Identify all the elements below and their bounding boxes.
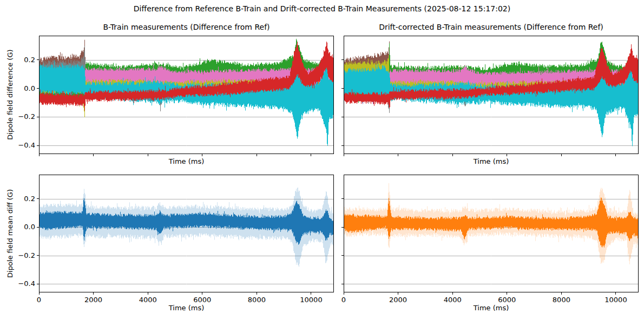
- x-tick-label: 2000: [381, 296, 416, 304]
- x-tick: [615, 154, 616, 156]
- x-tick: [257, 154, 257, 156]
- x-tick: [39, 154, 40, 156]
- y-tick-label: −0.4: [11, 279, 35, 288]
- y-tick: [37, 88, 39, 89]
- y-tick: [341, 284, 344, 284]
- x-tick: [344, 154, 344, 156]
- x-tick-label: 4000: [435, 296, 470, 304]
- plot-btrain-diff: [39, 36, 334, 154]
- plot-drift-corrected-mean-diff: [344, 175, 639, 292]
- plot-title-drift-corrected: Drift-corrected B-Train measurements (Di…: [344, 23, 639, 32]
- x-tick: [398, 292, 398, 295]
- x-axis-label: Time (ms): [39, 304, 334, 312]
- y-tick-label: −0.2: [11, 112, 35, 121]
- x-tick: [93, 154, 94, 156]
- y-tick: [37, 227, 39, 228]
- x-tick-label: 8000: [544, 296, 579, 304]
- plot-title-btrain: B-Train measurements (Difference from Re…: [39, 23, 334, 32]
- x-tick: [39, 292, 40, 295]
- x-tick-label: 6000: [490, 296, 524, 304]
- x-axis-label: Time (ms): [39, 157, 334, 165]
- y-tick: [341, 255, 344, 256]
- figure: Difference from Reference B-Train and Dr…: [0, 0, 644, 320]
- x-tick-label: 10000: [294, 296, 328, 304]
- x-tick: [561, 292, 562, 295]
- y-tick: [341, 198, 344, 199]
- x-tick: [202, 154, 202, 156]
- x-tick: [148, 154, 148, 156]
- x-tick: [452, 292, 453, 295]
- x-tick: [561, 154, 562, 156]
- y-tick: [37, 117, 39, 117]
- x-tick: [93, 292, 94, 295]
- y-tick-label: 0.2: [11, 195, 35, 203]
- x-tick: [311, 292, 311, 295]
- x-tick-label: 2000: [76, 296, 111, 304]
- y-tick: [37, 145, 39, 146]
- x-tick-label: 0: [326, 296, 361, 304]
- y-tick: [37, 59, 39, 60]
- y-tick-label: 0.2: [11, 56, 35, 64]
- x-tick-label: 4000: [130, 296, 165, 304]
- y-tick: [341, 227, 344, 228]
- plot-canvas: [39, 175, 334, 292]
- x-tick: [615, 292, 616, 295]
- y-tick: [341, 145, 344, 146]
- x-tick-label: 8000: [239, 296, 274, 304]
- x-tick-label: 6000: [185, 296, 220, 304]
- figure-title: Difference from Reference B-Train and Dr…: [0, 4, 644, 14]
- x-axis-label: Time (ms): [344, 157, 639, 165]
- x-tick: [398, 154, 398, 156]
- x-tick: [311, 154, 311, 156]
- x-tick: [507, 154, 507, 156]
- y-tick: [341, 88, 344, 89]
- y-tick: [341, 117, 344, 117]
- plot-canvas: [344, 175, 639, 292]
- y-tick-label: 0.0: [11, 223, 35, 231]
- x-tick: [507, 292, 507, 295]
- x-tick: [452, 154, 453, 156]
- x-tick-label: 0: [22, 296, 56, 304]
- y-tick-label: −0.2: [11, 251, 35, 259]
- x-tick: [148, 292, 148, 295]
- x-tick: [202, 292, 202, 295]
- y-tick-label: 0.0: [11, 84, 35, 92]
- y-tick-label: −0.4: [11, 141, 35, 149]
- y-tick: [37, 198, 39, 199]
- plot-canvas: [39, 36, 334, 154]
- x-tick-label: 10000: [599, 296, 633, 304]
- y-tick: [37, 255, 39, 256]
- x-tick: [257, 292, 257, 295]
- y-tick: [37, 284, 39, 284]
- y-tick: [341, 59, 344, 60]
- plot-canvas: [344, 36, 639, 154]
- x-axis-label: Time (ms): [344, 304, 639, 312]
- plot-drift-corrected-diff: [344, 36, 639, 154]
- x-tick: [344, 292, 344, 295]
- plot-btrain-mean-diff: [39, 175, 334, 292]
